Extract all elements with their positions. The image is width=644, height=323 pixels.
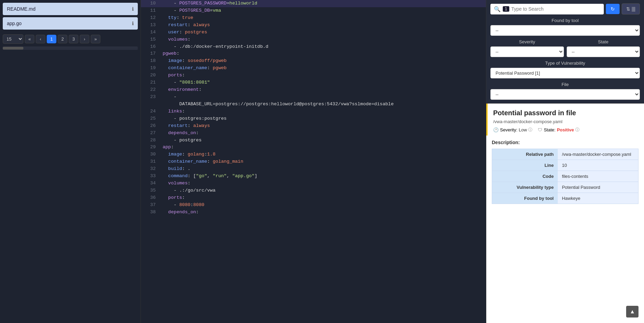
line-num-32: 32 xyxy=(141,165,160,173)
state-info-icon: ⓘ xyxy=(575,127,579,133)
line-num-27: 27 xyxy=(141,130,160,137)
page-next-btn[interactable]: › xyxy=(80,35,89,43)
code-line-20: 20 ports: xyxy=(141,72,486,79)
code-line-28: 28 - postgres xyxy=(141,137,486,144)
desc-val-code: files-contents xyxy=(558,171,638,182)
state-select[interactable]: -- xyxy=(567,46,640,57)
scroll-thumb xyxy=(3,47,23,50)
code-line-19: 19 container_name: pgweb xyxy=(141,65,486,72)
severity-select[interactable]: -- xyxy=(490,46,564,57)
line-content-11: - POSTGRES_DB=vma xyxy=(160,7,486,14)
state-meta-label: State: xyxy=(544,127,555,132)
severity-meta-value: Low xyxy=(519,127,527,132)
horizontal-scrollbar[interactable] xyxy=(3,46,138,50)
code-line-12: 12 tty: true xyxy=(141,14,486,22)
file-name-appgo: app.go xyxy=(7,21,22,26)
line-num-25: 25 xyxy=(141,115,160,122)
search-submit-btn[interactable]: ↻ xyxy=(606,4,620,14)
info-icon-readme[interactable]: ℹ xyxy=(132,6,134,12)
code-line-23a: 23 - xyxy=(141,94,486,101)
desc-val-line: 10 xyxy=(558,160,638,171)
found-by-tool-select[interactable]: -- xyxy=(490,25,640,36)
code-line-21: 21 - "8081:8081" xyxy=(141,79,486,86)
line-num-33: 33 xyxy=(141,173,160,180)
line-num-36: 36 xyxy=(141,194,160,202)
line-num-38: 38 xyxy=(141,209,160,216)
line-content-12: tty: true xyxy=(160,14,486,22)
line-content-18: image: sosedoff/pgweb xyxy=(160,57,486,65)
state-meta: 🛡 State: Positive ⓘ xyxy=(538,127,579,133)
line-num-23a: 23 xyxy=(141,94,160,101)
code-line-38: 38 depends_on: xyxy=(141,209,486,216)
line-content-20: ports: xyxy=(160,72,486,79)
file-item-readme[interactable]: README.md ℹ xyxy=(3,3,138,15)
refresh-icon: ↻ xyxy=(611,6,615,12)
line-content-13: restart: always xyxy=(160,22,486,29)
scroll-to-top-btn[interactable]: ▲ xyxy=(626,306,639,317)
code-line-16: 16 - ./db:/docker-entrypoint-initdb.d xyxy=(141,43,486,51)
line-content-27: depends_on: xyxy=(160,130,486,137)
severity-label: Severity xyxy=(490,39,564,44)
search-row: 🔍 1 ↻ ⇅ ||| xyxy=(490,3,640,14)
page-3-btn[interactable]: 3 xyxy=(69,35,78,43)
code-line-23b: DATABASE_URL=postgres://postgres:hellowo… xyxy=(141,101,486,108)
code-line-26: 26 restart: always xyxy=(141,122,486,130)
code-line-24: 24 links: xyxy=(141,108,486,115)
desc-key-found-by: Found by tool xyxy=(492,193,558,204)
code-line-31: 31 container_name: golang_main xyxy=(141,158,486,165)
code-line-13: 13 restart: always xyxy=(141,22,486,29)
code-line-30: 30 image: golang:1.8 xyxy=(141,151,486,158)
line-num-16: 16 xyxy=(141,43,160,51)
filter-toggle-btn[interactable]: ⇅ ||| xyxy=(622,3,640,14)
code-line-18: 18 image: sosedoff/pgweb xyxy=(141,57,486,65)
line-num-24: 24 xyxy=(141,108,160,115)
code-line-37: 37 - 8080:8080 xyxy=(141,202,486,209)
line-content-32: build: . xyxy=(160,165,486,173)
severity-info-icon: ⓘ xyxy=(528,127,532,133)
line-content-25: - postgres:postgres xyxy=(160,115,486,122)
vuln-meta: 🕐 Severity: Low ⓘ 🛡 State: Positive ⓘ xyxy=(493,127,639,133)
file-select[interactable]: -- xyxy=(490,89,640,100)
found-by-tool-label: Found by tool xyxy=(490,18,640,23)
vuln-type-filter: Type of Vulnerability Potential Password… xyxy=(490,61,640,78)
line-num-21: 21 xyxy=(141,79,160,86)
line-num-34: 34 xyxy=(141,180,160,187)
page-2-btn[interactable]: 2 xyxy=(58,35,67,43)
line-content-14: user: postgres xyxy=(160,29,486,36)
code-line-29: 29 app: xyxy=(141,144,486,151)
code-line-34: 34 volumes: xyxy=(141,180,486,187)
code-area: 10 - POSTGRES_PASSWORD=helloworld 11 - P… xyxy=(141,0,486,323)
search-icon: 🔍 xyxy=(494,6,501,12)
line-content-17: pgweb: xyxy=(160,50,486,57)
code-line-11: 11 - POSTGRES_DB=vma xyxy=(141,7,486,14)
page-last-btn[interactable]: » xyxy=(91,35,100,43)
line-content-37: - 8080:8080 xyxy=(160,202,486,209)
info-icon-appgo[interactable]: ℹ xyxy=(132,21,134,26)
line-content-23a: - xyxy=(160,94,486,101)
search-input[interactable] xyxy=(511,6,601,12)
line-content-30: image: golang:1.8 xyxy=(160,151,486,158)
vuln-type-select[interactable]: Potential Password [1] xyxy=(490,68,640,78)
code-line-14: 14 user: postgres xyxy=(141,29,486,36)
line-content-31: container_name: golang_main xyxy=(160,158,486,165)
line-num-37: 37 xyxy=(141,202,160,209)
state-filter-col: State -- xyxy=(567,39,640,57)
severity-meta: 🕐 Severity: Low ⓘ xyxy=(493,127,532,133)
page-size-select[interactable]: 15 xyxy=(3,34,23,44)
line-content-34: volumes: xyxy=(160,180,486,187)
line-num-28: 28 xyxy=(141,137,160,144)
severity-state-row: Severity -- State -- xyxy=(490,39,640,57)
page-1-btn[interactable]: 1 xyxy=(47,35,56,43)
code-line-33: 33 command: ["go", "run", "app.go"] xyxy=(141,173,486,180)
line-num-11: 11 xyxy=(141,7,160,14)
right-panel: 🔍 1 ↻ ⇅ ||| Found by tool -- Severity xyxy=(486,0,644,323)
code-line-17: 17 pgweb: xyxy=(141,50,486,57)
line-content-22: environment: xyxy=(160,86,486,94)
page-first-btn[interactable]: « xyxy=(25,35,34,43)
line-content-33: command: ["go", "run", "app.go"] xyxy=(160,173,486,180)
page-prev-btn[interactable]: ‹ xyxy=(36,35,45,43)
line-content-10: - POSTGRES_PASSWORD=helloworld xyxy=(160,0,486,7)
file-item-appgo[interactable]: app.go ℹ xyxy=(3,17,138,30)
line-num-15: 15 xyxy=(141,36,160,43)
code-line-10: 10 - POSTGRES_PASSWORD=helloworld xyxy=(141,0,486,7)
